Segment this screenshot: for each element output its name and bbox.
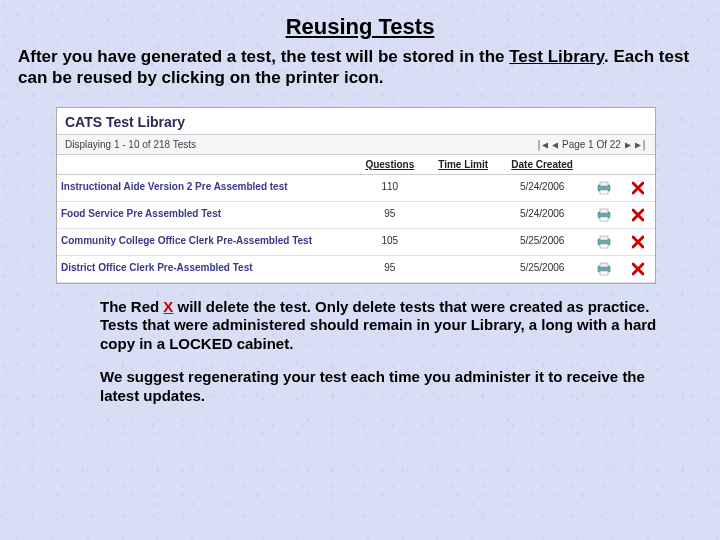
page-title: Reusing Tests	[0, 0, 720, 40]
body-text: The Red X will delete the test. Only del…	[0, 284, 720, 406]
table-row: District Office Clerk Pre-Assembled Test…	[57, 255, 655, 282]
body1-pre: The Red	[100, 298, 163, 315]
body1-x: X	[163, 298, 173, 315]
col-questions[interactable]: Questions	[350, 155, 429, 175]
svg-rect-7	[600, 236, 608, 240]
first-page-icon[interactable]: |◀	[536, 139, 548, 150]
next-page-icon[interactable]: ▶	[625, 139, 631, 150]
test-name[interactable]: Food Service Pre Assembled Test	[57, 201, 350, 228]
delete-icon[interactable]	[621, 228, 655, 255]
svg-rect-1	[600, 182, 608, 186]
test-questions: 95	[350, 255, 429, 282]
svg-rect-2	[600, 190, 608, 194]
svg-rect-10	[600, 263, 608, 267]
library-screenshot: CATS Test Library Displaying 1 - 10 of 2…	[56, 107, 656, 284]
svg-rect-5	[600, 217, 608, 221]
last-page-icon[interactable]: ▶|	[635, 139, 647, 150]
test-questions: 95	[350, 201, 429, 228]
col-name	[57, 155, 350, 175]
table-row: Food Service Pre Assembled Test955/24/20…	[57, 201, 655, 228]
test-date: 5/24/2006	[497, 201, 587, 228]
test-questions: 110	[350, 174, 429, 201]
delete-icon[interactable]	[621, 255, 655, 282]
svg-rect-4	[600, 209, 608, 213]
printer-icon[interactable]	[587, 228, 621, 255]
svg-rect-11	[600, 271, 608, 275]
col-print	[587, 155, 621, 175]
test-name[interactable]: Instructional Aide Version 2 Pre Assembl…	[57, 174, 350, 201]
test-time	[429, 228, 497, 255]
test-name[interactable]: District Office Clerk Pre-Assembled Test	[57, 255, 350, 282]
printer-icon[interactable]	[587, 201, 621, 228]
intro-pre: After you have generated a test, the tes…	[18, 47, 509, 66]
test-date: 5/25/2006	[497, 228, 587, 255]
prev-page-icon[interactable]: ◀	[552, 139, 558, 150]
table-row: Instructional Aide Version 2 Pre Assembl…	[57, 174, 655, 201]
library-heading: CATS Test Library	[57, 108, 655, 135]
body1-post: will delete the test. Only delete tests …	[100, 298, 656, 353]
tests-table: Questions Time Limit Date Created Instru…	[57, 155, 655, 283]
delete-icon[interactable]	[621, 174, 655, 201]
col-date[interactable]: Date Created	[497, 155, 587, 175]
test-time	[429, 201, 497, 228]
intro-text: After you have generated a test, the tes…	[0, 40, 720, 89]
test-name[interactable]: Community College Office Clerk Pre-Assem…	[57, 228, 350, 255]
test-questions: 105	[350, 228, 429, 255]
col-time[interactable]: Time Limit	[429, 155, 497, 175]
test-time	[429, 255, 497, 282]
delete-icon[interactable]	[621, 201, 655, 228]
intro-link: Test Library	[509, 47, 604, 66]
pager-row: Displaying 1 - 10 of 218 Tests |◀ ◀ Page…	[57, 135, 655, 155]
printer-icon[interactable]	[587, 255, 621, 282]
test-date: 5/25/2006	[497, 255, 587, 282]
body2: We suggest regenerating your test each t…	[100, 368, 660, 406]
test-date: 5/24/2006	[497, 174, 587, 201]
printer-icon[interactable]	[587, 174, 621, 201]
col-delete	[621, 155, 655, 175]
page-text: Page 1 Of 22	[562, 139, 621, 150]
svg-rect-8	[600, 244, 608, 248]
display-count: Displaying 1 - 10 of 218 Tests	[65, 139, 196, 150]
pager: |◀ ◀ Page 1 Of 22 ▶ ▶|	[536, 139, 647, 150]
table-row: Community College Office Clerk Pre-Assem…	[57, 228, 655, 255]
test-time	[429, 174, 497, 201]
